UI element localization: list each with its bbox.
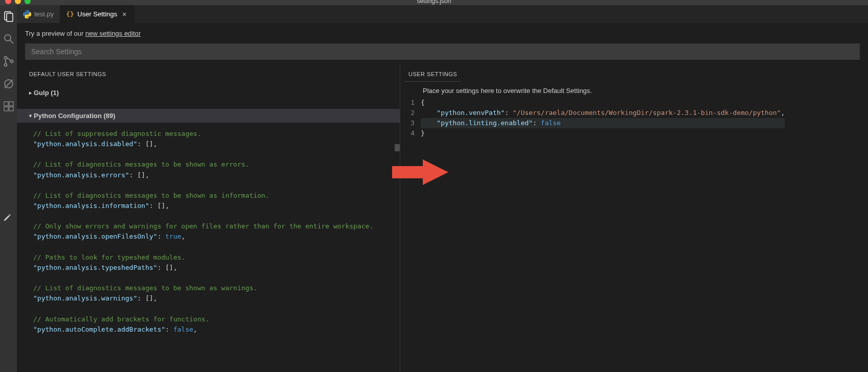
- code-line: "python.linting.enabled": false: [421, 118, 785, 128]
- settings-split: DEFAULT USER SETTINGS Gulp (1) Python Co…: [17, 65, 868, 372]
- default-settings-body[interactable]: Gulp (1) Python Configuration (89) // Li…: [17, 82, 400, 372]
- code-line: {: [421, 98, 785, 108]
- close-window-button[interactable]: [5, 0, 11, 4]
- svg-point-2: [5, 35, 11, 41]
- code-comment: // List of suppressed diagnostic message…: [33, 130, 201, 137]
- debug-icon[interactable]: [3, 78, 15, 90]
- tab-test-py[interactable]: test.py: [17, 5, 60, 23]
- default-settings-code: // List of suppressed diagnostic message…: [17, 123, 400, 341]
- json-file-icon: {}: [66, 10, 74, 18]
- explorer-icon[interactable]: [3, 10, 15, 22]
- svg-point-6: [10, 60, 13, 63]
- code-key: "python.analysis.openFilesOnly": [33, 232, 157, 240]
- maximize-window-button[interactable]: [25, 0, 31, 4]
- section-gulp[interactable]: Gulp (1): [17, 86, 400, 100]
- line-number: 1: [400, 98, 415, 108]
- preview-banner: Try a preview of our new settings editor: [17, 24, 868, 43]
- section-label: Gulp (1): [34, 89, 59, 97]
- tab-bar: test.py {} User Settings ×: [17, 5, 868, 24]
- code-comment: // List of diagnostics messages to be sh…: [33, 160, 249, 168]
- code-key: "python.analysis.warnings": [33, 294, 138, 302]
- search-input[interactable]: [25, 43, 860, 60]
- section-python-configuration[interactable]: Python Configuration (89): [17, 109, 400, 123]
- code-comment: // Automatically add brackets for functi…: [33, 315, 209, 323]
- python-file-icon: [23, 10, 31, 18]
- code-key: "python.analysis.errors": [33, 171, 129, 179]
- svg-point-5: [4, 64, 7, 66]
- code-key: "python.analysis.typeshedPaths": [33, 264, 157, 271]
- user-settings-pane: USER SETTINGS Place your settings here t…: [400, 65, 868, 372]
- pencil-icon[interactable]: [3, 214, 11, 224]
- user-settings-hint: Place your settings here to overwrite th…: [400, 82, 868, 97]
- extensions-icon[interactable]: [3, 100, 15, 112]
- search-icon[interactable]: [3, 33, 15, 45]
- default-settings-header: DEFAULT USER SETTINGS: [17, 65, 400, 82]
- svg-line-3: [10, 40, 13, 43]
- code-line: }: [421, 128, 785, 138]
- default-settings-pane: DEFAULT USER SETTINGS Gulp (1) Python Co…: [17, 65, 400, 372]
- activity-bar: [0, 5, 17, 372]
- section-label: Python Configuration (89): [34, 112, 116, 120]
- content-area: test.py {} User Settings × Try a preview…: [17, 5, 868, 372]
- svg-rect-10: [9, 102, 13, 106]
- code-comment: // Only show errors and warnings for ope…: [33, 222, 373, 230]
- svg-rect-1: [7, 13, 13, 21]
- editor-lines: { "python.venvPath": "/Users/raela/Docum…: [421, 98, 785, 138]
- svg-rect-9: [4, 102, 8, 106]
- minimize-window-button[interactable]: [15, 0, 21, 4]
- source-control-icon[interactable]: [3, 55, 15, 67]
- line-number: 4: [400, 128, 415, 138]
- tab-user-settings[interactable]: {} User Settings ×: [60, 5, 134, 23]
- code-comment: // Paths to look for typeshed modules.: [33, 253, 185, 261]
- code-comment: // List of diagnostics messages to be sh…: [33, 192, 269, 199]
- line-number: 3: [400, 118, 415, 128]
- user-settings-header[interactable]: USER SETTINGS: [404, 65, 461, 82]
- window-title: settings.json: [417, 0, 451, 5]
- code-line: "python.venvPath": "/Users/raela/Documen…: [421, 108, 785, 118]
- preview-text: Try a preview of our: [25, 30, 85, 37]
- search-container: [17, 43, 868, 65]
- line-number-gutter: 1 2 3 4: [400, 98, 421, 138]
- svg-rect-12: [9, 107, 13, 111]
- scrollbar-thumb[interactable]: [395, 144, 400, 151]
- preview-link[interactable]: new settings editor: [85, 30, 141, 37]
- tab-label: User Settings: [77, 10, 117, 18]
- line-number: 2: [400, 108, 415, 118]
- code-comment: // List of diagnostics messages to be sh…: [33, 284, 257, 292]
- traffic-lights: [5, 0, 31, 4]
- titlebar: settings.json: [0, 0, 868, 5]
- main-area: test.py {} User Settings × Try a preview…: [0, 5, 868, 372]
- code-key: "python.analysis.information": [33, 202, 149, 210]
- tab-label: test.py: [34, 10, 54, 18]
- user-settings-editor[interactable]: 1 2 3 4 { "python.venvPath": "/Users/rae…: [400, 97, 868, 138]
- code-key: "python.autoComplete.addBrackets": [33, 326, 165, 333]
- svg-rect-11: [4, 107, 8, 111]
- close-icon[interactable]: ×: [120, 10, 128, 18]
- code-key: "python.analysis.disabled": [33, 140, 138, 148]
- svg-point-4: [4, 57, 7, 59]
